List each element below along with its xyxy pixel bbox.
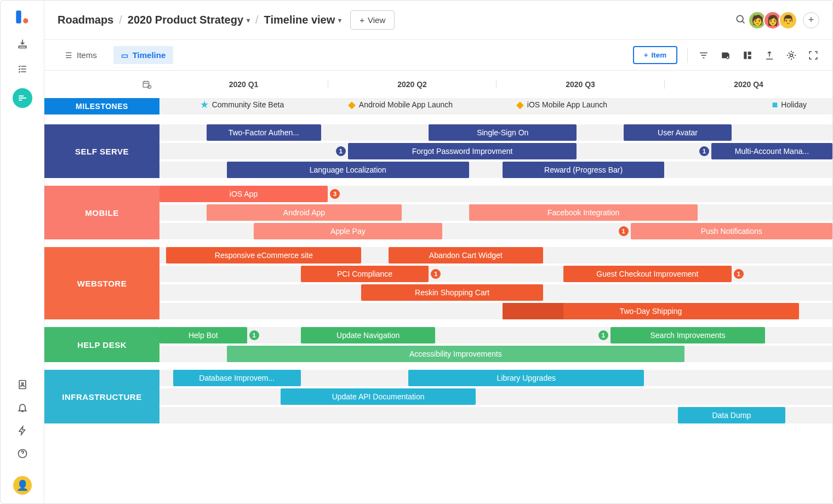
dependency-badge[interactable]: 1 bbox=[249, 330, 259, 340]
timeline-row[interactable]: Reskin Shopping Cart bbox=[159, 284, 832, 301]
swimlane-body[interactable]: Help Bot1Update NavigationSearch Improve… bbox=[159, 327, 832, 362]
milestone[interactable]: ◆Android Mobile App Launch bbox=[348, 100, 453, 110]
chevron-down-icon: ▾ bbox=[247, 16, 250, 24]
product-logo[interactable] bbox=[15, 9, 30, 25]
current-user-avatar[interactable]: 👤 bbox=[13, 476, 32, 495]
timeline-row[interactable]: Update API Documentation bbox=[159, 388, 832, 405]
tasks-icon[interactable] bbox=[16, 63, 28, 75]
dependency-badge[interactable]: 1 bbox=[598, 330, 608, 340]
fullscreen-icon[interactable] bbox=[807, 50, 819, 60]
timeline-bar[interactable]: Facebook Integration bbox=[469, 204, 698, 221]
swimlane-body[interactable]: Two-Factor Authen...Single-Sign OnUser A… bbox=[159, 124, 832, 178]
star-icon: ★ bbox=[200, 100, 209, 110]
timeline-row[interactable]: iOS App3 bbox=[159, 186, 832, 202]
timeline-bar[interactable]: PCI Compliance bbox=[301, 266, 429, 282]
milestones-label: MILESTONES bbox=[44, 98, 159, 114]
breadcrumb-root[interactable]: Roadmaps bbox=[58, 14, 113, 26]
timeline-bar[interactable]: User Avatar bbox=[624, 124, 731, 141]
timeline-bar[interactable]: Database Improvem... bbox=[173, 370, 301, 386]
add-collaborator-button[interactable]: + bbox=[803, 12, 819, 28]
breadcrumb-board[interactable]: 2020 Product Strategy▾ bbox=[128, 14, 250, 26]
activity-icon[interactable] bbox=[16, 425, 28, 437]
notifications-icon[interactable] bbox=[16, 402, 28, 414]
timeline-bar[interactable]: Two-Factor Authen... bbox=[207, 124, 321, 141]
tab-timeline[interactable]: ▭Timeline bbox=[113, 46, 174, 64]
inbox-icon[interactable] bbox=[16, 38, 28, 50]
timeline-bar[interactable]: Multi-Account Mana... bbox=[711, 143, 832, 159]
timeline-row[interactable]: Help Bot1Update NavigationSearch Improve… bbox=[159, 327, 832, 343]
timeline-bar[interactable]: Single-Sign On bbox=[429, 124, 577, 141]
roadmap-icon[interactable] bbox=[13, 88, 32, 108]
timeline-bar[interactable]: Search Improvements bbox=[611, 327, 765, 343]
date-settings-icon[interactable] bbox=[44, 79, 159, 89]
timeline-bar[interactable]: Accessibility Improvements bbox=[227, 346, 684, 362]
timeline-row[interactable]: Two-Day Shipping bbox=[159, 303, 832, 319]
swimlane-body[interactable]: Database Improvem...Library UpgradesUpda… bbox=[159, 370, 832, 423]
dependency-badge[interactable]: 1 bbox=[336, 146, 346, 156]
timeline-bar[interactable]: Library Upgrades bbox=[408, 370, 644, 386]
breadcrumb-view[interactable]: Timeline view▾ bbox=[264, 14, 342, 26]
svg-rect-7 bbox=[744, 51, 746, 59]
dependency-badge[interactable]: 1 bbox=[431, 269, 441, 279]
collaborator-avatars[interactable]: 🧑 👩 👨 bbox=[751, 11, 797, 30]
timeline-row[interactable]: Two-Factor Authen...Single-Sign OnUser A… bbox=[159, 124, 832, 141]
main-panel: Roadmaps / 2020 Product Strategy▾ / Time… bbox=[44, 1, 832, 503]
help-icon[interactable] bbox=[16, 448, 28, 460]
timeline-bar[interactable]: Update API Documentation bbox=[281, 388, 476, 405]
timeline-row[interactable]: Data Dump bbox=[159, 407, 832, 423]
avatar[interactable]: 👨 bbox=[779, 11, 797, 30]
timeline-icon: ▭ bbox=[121, 51, 128, 60]
search-icon[interactable] bbox=[735, 14, 746, 26]
timeline-bar[interactable]: Abandon Cart Widget bbox=[389, 247, 543, 264]
timeline-bar[interactable]: Forgot Password Improvment bbox=[348, 143, 577, 159]
dependency-badge[interactable]: 1 bbox=[699, 146, 709, 156]
milestone[interactable]: ★Community Site Beta bbox=[200, 100, 284, 110]
swimlane-label: HELP DESK bbox=[44, 327, 159, 362]
dependency-badge[interactable]: 1 bbox=[734, 269, 744, 279]
timeline-bar[interactable]: Help Bot bbox=[159, 327, 247, 343]
timeline-row[interactable]: PCI Compliance1Guest Checkout Improvemen… bbox=[159, 266, 832, 282]
timeline-bar[interactable]: Apple Pay bbox=[254, 223, 442, 239]
settings-icon[interactable] bbox=[785, 50, 797, 61]
tag-icon[interactable] bbox=[720, 50, 732, 60]
svg-point-3 bbox=[21, 383, 23, 385]
timeline-row[interactable]: Apple PayPush Notifications1 bbox=[159, 223, 832, 239]
swimlane-label: SELF SERVE bbox=[44, 124, 159, 178]
milestone-label: iOS Mobile App Launch bbox=[527, 100, 607, 109]
timeline-bar[interactable]: Reskin Shopping Cart bbox=[361, 284, 543, 301]
add-view-button[interactable]: +View bbox=[350, 10, 395, 30]
svg-rect-0 bbox=[16, 10, 21, 23]
timeline-bar[interactable]: Data Dump bbox=[678, 407, 785, 423]
timeline-bar[interactable]: Push Notifications bbox=[631, 223, 832, 239]
square-icon: ■ bbox=[772, 100, 778, 110]
tab-items[interactable]: ☰Items bbox=[58, 46, 105, 64]
dependency-badge[interactable]: 1 bbox=[619, 226, 629, 236]
timeline-bar[interactable]: Update Navigation bbox=[301, 327, 436, 343]
milestone-label: Holiday bbox=[781, 100, 807, 109]
dependency-badge[interactable]: 3 bbox=[330, 189, 340, 199]
timeline-bar[interactable]: iOS App bbox=[159, 186, 328, 202]
timeline-scroll[interactable]: 2020 Q12020 Q22020 Q32020 Q4 MILESTONES … bbox=[44, 71, 832, 503]
quarter-header: 2020 Q4 bbox=[664, 80, 832, 89]
swimlane-body[interactable]: Responsive eCommerce siteAbandon Cart Wi… bbox=[159, 247, 832, 319]
timeline-row[interactable]: Responsive eCommerce siteAbandon Cart Wi… bbox=[159, 247, 832, 264]
filter-icon[interactable] bbox=[698, 50, 710, 60]
timeline-row[interactable]: Database Improvem...Library Upgrades bbox=[159, 370, 832, 386]
export-icon[interactable] bbox=[763, 50, 775, 60]
timeline-bar[interactable]: Android App bbox=[207, 204, 402, 221]
layout-icon[interactable] bbox=[741, 50, 754, 60]
swimlane-body[interactable]: iOS App3Android AppFacebook IntegrationA… bbox=[159, 186, 832, 239]
milestone[interactable]: ■Holiday bbox=[772, 100, 807, 110]
add-item-button[interactable]: +Item bbox=[633, 46, 677, 64]
milestones-track[interactable]: ★Community Site Beta◆Android Mobile App … bbox=[159, 98, 832, 114]
timeline-bar[interactable]: Guest Checkout Improvement bbox=[563, 266, 732, 282]
timeline-bar[interactable]: Reward (Progress Bar) bbox=[503, 162, 664, 178]
timeline-bar[interactable]: Responsive eCommerce site bbox=[166, 247, 361, 264]
contacts-icon[interactable] bbox=[16, 379, 28, 391]
timeline-bar[interactable]: Language Localization bbox=[227, 162, 469, 178]
timeline-row[interactable]: Forgot Password Improvment1Multi-Account… bbox=[159, 143, 832, 159]
timeline-row[interactable]: Accessibility Improvements bbox=[159, 346, 832, 362]
timeline-row[interactable]: Android AppFacebook Integration bbox=[159, 204, 832, 221]
milestone[interactable]: ◆iOS Mobile App Launch bbox=[516, 100, 607, 110]
timeline-row[interactable]: Language LocalizationReward (Progress Ba… bbox=[159, 162, 832, 178]
